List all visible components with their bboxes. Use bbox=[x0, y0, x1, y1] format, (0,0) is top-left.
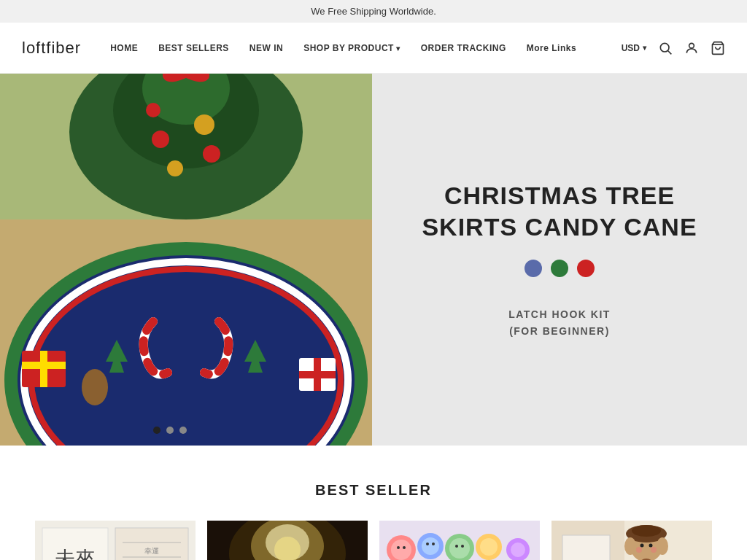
hero-subtitle: LATCH HOOK KIT (FOR BEGINNER) bbox=[508, 306, 611, 339]
slider-dot-2[interactable] bbox=[166, 427, 174, 434]
nav-best-sellers[interactable]: BEST SELLERS bbox=[158, 43, 229, 53]
product-grid: 未來 幸運 bbox=[22, 521, 725, 560]
main-nav: HOME BEST SELLERS NEW IN SHOP BY PRODUCT… bbox=[110, 43, 622, 53]
product-card-1[interactable]: 未來 幸運 bbox=[35, 521, 196, 560]
svg-point-9 bbox=[152, 131, 169, 148]
svg-rect-81 bbox=[562, 535, 610, 560]
color-options bbox=[525, 260, 595, 277]
cart-button[interactable] bbox=[711, 41, 725, 55]
svg-rect-30 bbox=[299, 371, 336, 378]
svg-point-53 bbox=[449, 538, 470, 559]
nav-shop-by-product[interactable]: SHOP BY PRODUCT bbox=[303, 43, 400, 53]
nav-home[interactable]: HOME bbox=[110, 43, 138, 53]
slider-dot-1[interactable] bbox=[153, 427, 160, 434]
nav-order-tracking[interactable]: ORDER TRACKING bbox=[421, 43, 506, 53]
svg-line-1 bbox=[668, 50, 672, 54]
account-button[interactable] bbox=[684, 41, 699, 55]
svg-point-77 bbox=[651, 547, 657, 553]
hero-subtitle-line2: (FOR BEGINNER) bbox=[509, 325, 610, 337]
logo[interactable]: loftfiber bbox=[22, 39, 81, 58]
hero-title: CHRISTMAS TREE SKIRTS CANDY CANE bbox=[401, 180, 718, 242]
svg-point-65 bbox=[432, 542, 435, 545]
product-card-4[interactable]: decorative item bbox=[551, 521, 712, 560]
svg-rect-26 bbox=[22, 362, 66, 369]
svg-point-62 bbox=[397, 546, 400, 549]
color-dot-blue[interactable] bbox=[525, 260, 542, 277]
svg-point-51 bbox=[422, 537, 439, 555]
product-card-2[interactable] bbox=[207, 521, 368, 560]
hero-section: CHRISTMAS TREE SKIRTS CANDY CANE LATCH H… bbox=[0, 74, 747, 446]
best-seller-section: BEST SELLER 未來 幸運 bbox=[0, 446, 747, 560]
svg-point-27 bbox=[82, 369, 108, 405]
hero-subtitle-line1: LATCH HOOK KIT bbox=[508, 308, 611, 320]
svg-point-10 bbox=[194, 114, 214, 135]
svg-text:幸運: 幸運 bbox=[144, 547, 159, 555]
svg-point-78 bbox=[624, 537, 636, 555]
svg-point-49 bbox=[391, 540, 411, 560]
hero-content: CHRISTMAS TREE SKIRTS CANDY CANE LATCH H… bbox=[372, 74, 747, 446]
svg-point-75 bbox=[649, 544, 653, 548]
svg-point-13 bbox=[146, 103, 160, 117]
svg-point-66 bbox=[455, 545, 458, 548]
svg-point-12 bbox=[203, 145, 220, 163]
nav-more-links[interactable]: More Links bbox=[527, 43, 576, 53]
product-card-3[interactable] bbox=[379, 521, 540, 560]
svg-point-79 bbox=[657, 537, 668, 555]
color-dot-green[interactable] bbox=[551, 260, 568, 277]
hero-image bbox=[0, 74, 372, 446]
top-banner: We Free Shipping Worldwide. bbox=[0, 0, 747, 23]
slider-dots bbox=[153, 427, 187, 434]
color-dot-red[interactable] bbox=[577, 260, 595, 277]
best-seller-title: BEST SELLER bbox=[22, 482, 725, 499]
header-icons: USD bbox=[622, 41, 725, 55]
svg-point-2 bbox=[689, 43, 694, 48]
currency-selector[interactable]: USD bbox=[622, 43, 646, 53]
svg-text:未來: 未來 bbox=[55, 548, 96, 560]
svg-point-67 bbox=[461, 545, 464, 548]
svg-point-0 bbox=[660, 43, 669, 52]
svg-point-57 bbox=[511, 542, 525, 557]
svg-rect-35 bbox=[115, 528, 188, 560]
svg-point-76 bbox=[636, 547, 642, 553]
svg-point-55 bbox=[480, 538, 498, 556]
svg-point-73 bbox=[632, 525, 661, 537]
slider-dot-3[interactable] bbox=[179, 427, 187, 434]
svg-point-11 bbox=[167, 160, 183, 176]
svg-point-74 bbox=[640, 544, 644, 548]
svg-point-63 bbox=[403, 546, 406, 549]
search-button[interactable] bbox=[658, 41, 673, 55]
svg-point-64 bbox=[426, 542, 429, 545]
header: loftfiber HOME BEST SELLERS NEW IN SHOP … bbox=[0, 23, 747, 74]
nav-new-in[interactable]: NEW IN bbox=[249, 43, 283, 53]
banner-text: We Free Shipping Worldwide. bbox=[311, 6, 436, 17]
